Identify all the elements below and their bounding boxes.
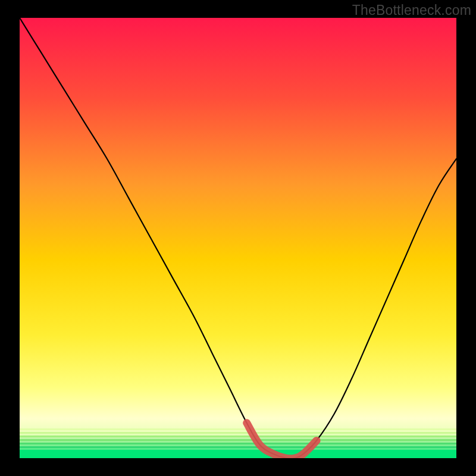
watermark-text: TheBottleneck.com bbox=[352, 2, 471, 18]
svg-rect-4 bbox=[20, 439, 456, 441]
bottleneck-chart bbox=[0, 0, 476, 476]
svg-rect-6 bbox=[20, 446, 456, 448]
svg-rect-1 bbox=[20, 428, 456, 430]
svg-rect-2 bbox=[20, 432, 456, 434]
green-bands bbox=[20, 428, 456, 458]
plot-gradient bbox=[20, 18, 456, 458]
svg-rect-5 bbox=[20, 443, 456, 444]
chart-frame: TheBottleneck.com bbox=[0, 0, 476, 476]
svg-rect-7 bbox=[20, 450, 456, 458]
svg-rect-3 bbox=[20, 436, 456, 437]
